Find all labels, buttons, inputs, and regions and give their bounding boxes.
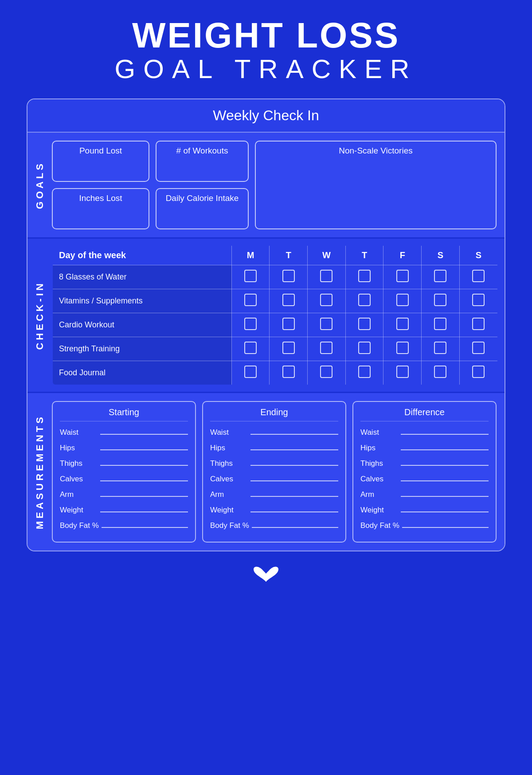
checkin-checkbox-cell[interactable] xyxy=(231,337,270,361)
checkin-checkbox-cell[interactable] xyxy=(422,337,460,361)
measurements-row: Waist xyxy=(210,428,338,437)
checkbox[interactable] xyxy=(282,342,295,354)
measurements-row-label: Calves xyxy=(210,475,248,484)
checkbox[interactable] xyxy=(434,294,446,306)
checkin-checkbox-cell[interactable] xyxy=(459,361,498,386)
checkin-checkbox-cell[interactable] xyxy=(459,337,498,361)
measurements-col-title: Ending xyxy=(210,407,338,421)
measurements-line xyxy=(102,521,188,528)
measurements-row-label: Arm xyxy=(210,490,248,499)
checkbox[interactable] xyxy=(434,270,446,282)
checkin-checkbox-cell[interactable] xyxy=(383,313,422,337)
checkin-checkbox-cell[interactable] xyxy=(308,265,346,289)
checkin-checkbox-cell[interactable] xyxy=(345,289,383,313)
checkin-checkbox-cell[interactable] xyxy=(270,289,308,313)
checkin-checkbox-cell[interactable] xyxy=(345,313,383,337)
checkbox[interactable] xyxy=(358,366,371,378)
checkin-checkbox-cell[interactable] xyxy=(231,265,270,289)
measurements-row: Arm xyxy=(360,490,489,499)
checkin-checkbox-cell[interactable] xyxy=(308,313,346,337)
measurements-row-label: Waist xyxy=(360,428,398,437)
checkbox[interactable] xyxy=(396,342,409,354)
checkin-checkbox-cell[interactable] xyxy=(270,313,308,337)
checkbox[interactable] xyxy=(358,294,371,306)
goals-col-2: # of Workouts Daily Calorie Intake xyxy=(156,141,249,229)
checkin-checkbox-cell[interactable] xyxy=(422,265,460,289)
checkbox[interactable] xyxy=(244,366,257,378)
checkin-checkbox-cell[interactable] xyxy=(231,313,270,337)
checkbox[interactable] xyxy=(472,270,485,282)
checkin-checkbox-cell[interactable] xyxy=(270,337,308,361)
checkin-checkbox-cell[interactable] xyxy=(231,289,270,313)
checkin-checkbox-cell[interactable] xyxy=(422,361,460,386)
checkin-checkbox-cell[interactable] xyxy=(459,289,498,313)
checkin-checkbox-cell[interactable] xyxy=(231,361,270,386)
checkbox[interactable] xyxy=(282,318,295,330)
measurements-row-label: Weight xyxy=(360,506,398,515)
checkbox[interactable] xyxy=(282,270,295,282)
checkin-content: Day of the week M T W T F S S 8 Glasses … xyxy=(52,239,505,392)
checkbox[interactable] xyxy=(472,318,485,330)
checkin-checkbox-cell[interactable] xyxy=(270,265,308,289)
checkin-checkbox-cell[interactable] xyxy=(459,313,498,337)
weekly-checkin-header: Weekly Check In xyxy=(27,99,505,133)
checkin-checkbox-cell[interactable] xyxy=(270,361,308,386)
checkin-checkbox-cell[interactable] xyxy=(383,337,422,361)
checkin-checkbox-cell[interactable] xyxy=(383,361,422,386)
checkbox[interactable] xyxy=(396,294,409,306)
measurements-row: Arm xyxy=(210,490,338,499)
checkin-checkbox-cell[interactable] xyxy=(422,289,460,313)
measurements-line xyxy=(401,490,489,497)
checkbox[interactable] xyxy=(396,318,409,330)
measurements-row: Waist xyxy=(60,428,188,437)
checkbox[interactable] xyxy=(358,270,371,282)
measurements-row: Thighs xyxy=(60,459,188,468)
measurements-line xyxy=(100,443,188,450)
checkbox[interactable] xyxy=(434,342,446,354)
checkin-checkbox-cell[interactable] xyxy=(345,337,383,361)
checkbox[interactable] xyxy=(396,270,409,282)
measurements-col-title: Starting xyxy=(60,407,188,421)
checkin-checkbox-cell[interactable] xyxy=(459,265,498,289)
checkbox[interactable] xyxy=(472,342,485,354)
checkbox[interactable] xyxy=(358,318,371,330)
checkbox[interactable] xyxy=(244,294,257,306)
checkbox[interactable] xyxy=(434,318,446,330)
checkin-checkbox-cell[interactable] xyxy=(308,289,346,313)
day-t1: T xyxy=(270,245,308,265)
measurements-col-ending: EndingWaistHipsThighsCalvesArmWeightBody… xyxy=(202,401,346,543)
measurements-col-starting: StartingWaistHipsThighsCalvesArmWeightBo… xyxy=(52,401,196,543)
checkin-checkbox-cell[interactable] xyxy=(308,337,346,361)
checkin-checkbox-cell[interactable] xyxy=(422,313,460,337)
checkbox[interactable] xyxy=(320,270,332,282)
checkin-checkbox-cell[interactable] xyxy=(345,265,383,289)
checkin-checkbox-cell[interactable] xyxy=(308,361,346,386)
measurements-row: Weight xyxy=(360,505,489,515)
title-line1: WEIGHT LOSS xyxy=(115,18,418,53)
checkin-row: Food Journal xyxy=(52,361,498,386)
checkbox[interactable] xyxy=(358,342,371,354)
measurements-row-label: Hips xyxy=(360,444,398,452)
checkbox[interactable] xyxy=(434,366,446,378)
checkbox[interactable] xyxy=(320,366,332,378)
checkin-checkbox-cell[interactable] xyxy=(383,289,422,313)
checkin-row: Vitamins / Supplements xyxy=(52,289,498,313)
checkbox[interactable] xyxy=(472,294,485,306)
measurements-line xyxy=(401,505,489,512)
checkbox[interactable] xyxy=(320,318,332,330)
checkin-checkbox-cell[interactable] xyxy=(383,265,422,289)
checkbox[interactable] xyxy=(396,366,409,378)
checkbox[interactable] xyxy=(472,366,485,378)
checkbox[interactable] xyxy=(282,294,295,306)
checkbox[interactable] xyxy=(320,294,332,306)
measurements-row-label: Waist xyxy=(60,428,98,437)
checkbox[interactable] xyxy=(244,318,257,330)
checkin-label-container: CHECK-IN xyxy=(27,239,52,392)
checkbox[interactable] xyxy=(244,270,257,282)
checkin-checkbox-cell[interactable] xyxy=(345,361,383,386)
footer-icon xyxy=(253,565,279,586)
measurements-row: Body Fat % xyxy=(60,521,188,530)
checkbox[interactable] xyxy=(282,366,295,378)
checkbox[interactable] xyxy=(244,342,257,354)
checkbox[interactable] xyxy=(320,342,332,354)
